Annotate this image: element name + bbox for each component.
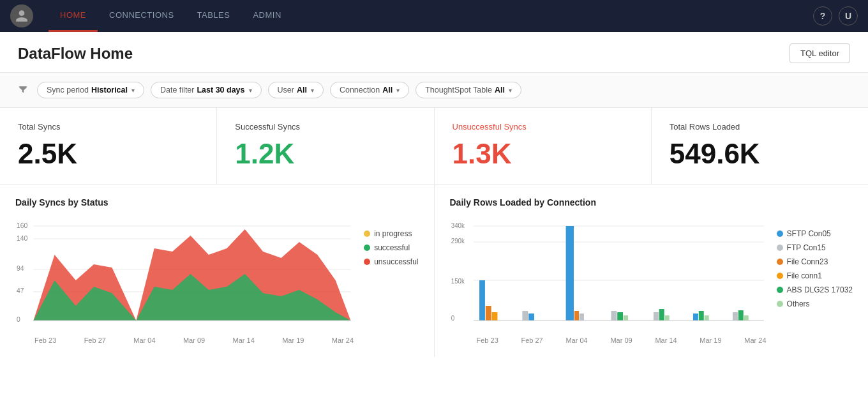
svg-rect-31 [623,315,627,321]
x-label: Mar 09 [183,336,205,344]
left-chart-container: 160 140 94 47 0 [15,216,419,344]
legend-dot-others [777,301,783,307]
legend-label: File conn1 [787,271,822,280]
legend-dot-in-progress [364,230,370,237]
legend-in-progress: in progress [364,229,418,238]
total-syncs-value: 2.5K [18,138,198,170]
right-chart-svg: 340k 290k 150k 0 [450,216,767,331]
x-label: Mar 14 [655,336,677,344]
total-syncs-card: Total Syncs 2.5K [0,108,217,184]
left-chart-area: 160 140 94 47 0 [15,216,354,344]
x-label: Mar 24 [744,336,766,344]
right-chart-title: Daily Rows Loaded by Connection [450,197,853,208]
nav-home[interactable]: HOME [49,0,98,32]
total-rows-card: Total Rows Loaded 549.6K [652,108,868,184]
svg-text:290k: 290k [451,237,465,245]
filter-icon [18,84,28,96]
nav-tables[interactable]: TABLES [186,0,242,32]
legend-label: in progress [374,229,412,238]
page-title: DataFlow Home [18,45,133,63]
svg-rect-23 [491,312,497,321]
svg-rect-39 [738,310,743,321]
svg-rect-30 [617,312,623,321]
x-label: Mar 24 [332,336,354,344]
chevron-down-icon: ▾ [509,87,512,94]
unsuccessful-syncs-card: Unsuccessful Syncs 1.3K [435,108,652,184]
right-chart-x-labels: Feb 23 Feb 27 Mar 04 Mar 09 Mar 14 Mar 1… [450,334,767,344]
x-label: Feb 27 [84,336,106,344]
right-chart-panel: Daily Rows Loaded by Connection 340k 290… [435,185,869,357]
legend-ftp-con15: FTP Con15 [777,243,853,252]
left-chart-x-labels: Feb 23 Feb 27 Mar 04 Mar 09 Mar 14 Mar 1… [15,334,354,344]
x-label: Mar 04 [133,336,155,344]
connection-filter[interactable]: Connection All▾ [330,82,409,98]
nav-right: ? U [813,6,858,26]
chevron-down-icon: ▾ [396,87,400,94]
legend-dot-fileconn23 [777,259,783,265]
filters-bar: Sync period Historical▾ Date filter Last… [0,73,868,108]
x-label: Mar 14 [233,336,255,344]
nav-connections[interactable]: CONNECTIONS [98,0,186,32]
legend-label: Others [787,299,810,308]
successful-syncs-label: Successful Syncs [235,122,415,132]
svg-rect-37 [704,315,708,321]
legend-abs-dlg2s: ABS DLG2S 17032 [777,285,853,294]
stats-row: Total Syncs 2.5K Successful Syncs 1.2K U… [0,108,868,185]
legend-label: successful [374,243,410,252]
legend-dot-sftp [777,230,783,237]
nav-admin[interactable]: ADMIN [241,0,292,32]
svg-rect-33 [659,309,664,321]
avatar[interactable] [10,4,33,27]
user-filter[interactable]: User All▾ [268,82,324,98]
right-chart-legend: SFTP Con05 FTP Con15 File Conn23 File co… [767,216,853,344]
charts-row: Daily Syncs by Status 160 140 94 47 0 [0,185,868,357]
svg-text:160: 160 [17,222,27,229]
left-chart-svg: 160 140 94 47 0 [15,216,354,331]
right-chart-area: 340k 290k 150k 0 [450,216,767,344]
legend-dot-abs [777,287,783,293]
chevron-down-icon: ▾ [131,87,135,94]
svg-rect-38 [732,312,737,321]
right-chart-container: 340k 290k 150k 0 [450,216,853,344]
legend-label: File Conn23 [787,257,828,266]
x-label: Mar 04 [565,336,587,344]
x-label: Mar 19 [700,336,721,344]
main-page: DataFlow Home TQL editor Sync period His… [0,32,868,408]
svg-rect-22 [485,306,491,321]
legend-dot-successful [364,245,370,251]
svg-rect-21 [479,280,485,321]
svg-rect-34 [664,315,669,321]
tql-editor-button[interactable]: TQL editor [789,43,850,63]
svg-text:47: 47 [17,287,24,294]
x-label: Mar 19 [282,336,304,344]
successful-syncs-value: 1.2K [235,138,415,170]
svg-rect-25 [528,314,534,321]
legend-successful: successful [364,243,418,252]
legend-file-conn1: File conn1 [777,271,853,280]
chevron-down-icon: ▾ [249,87,252,94]
left-chart-title: Daily Syncs by Status [15,197,419,208]
total-rows-value: 549.6K [670,138,850,170]
x-label: Mar 09 [610,336,632,344]
unsuccessful-syncs-label: Unsuccessful Syncs [453,122,633,132]
successful-syncs-card: Successful Syncs 1.2K [217,108,434,184]
legend-sftp-con05: SFTP Con05 [777,229,853,238]
legend-others: Others [777,299,853,308]
svg-text:94: 94 [17,264,24,272]
page-header: DataFlow Home TQL editor [0,32,868,73]
help-button[interactable]: ? [813,6,832,26]
left-chart-legend: in progress successful unsuccessful [354,216,418,344]
legend-unsuccessful: unsuccessful [364,257,418,266]
legend-dot-fileconn1 [777,273,783,279]
legend-label: ABS DLG2S 17032 [787,285,853,294]
total-syncs-label: Total Syncs [18,122,198,132]
user-button[interactable]: U [839,6,858,26]
svg-rect-28 [579,314,583,321]
svg-rect-27 [574,311,578,321]
sync-period-filter[interactable]: Sync period Historical▾ [37,82,144,98]
thoughtspot-table-filter[interactable]: ThoughtSpot Table All▾ [415,82,521,98]
date-filter[interactable]: Date filter Last 30 days▾ [151,82,262,98]
nav-links: HOME CONNECTIONS TABLES ADMIN [49,0,808,32]
chevron-down-icon: ▾ [311,87,314,94]
legend-dot-unsuccessful [364,259,370,265]
